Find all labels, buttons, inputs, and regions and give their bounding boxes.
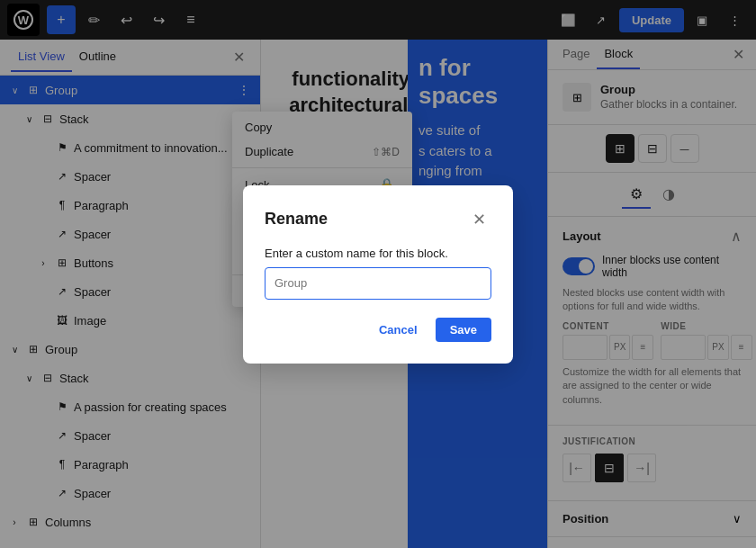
save-button[interactable]: Save (436, 318, 491, 342)
cancel-button[interactable]: Cancel (368, 318, 428, 342)
rename-dialog: Rename ✕ Enter a custom name for this bl… (243, 185, 513, 364)
dialog-label: Enter a custom name for this block. (265, 247, 491, 260)
dialog-footer: Cancel Save (265, 318, 491, 342)
dialog-header: Rename ✕ (265, 207, 491, 232)
dialog-overlay: Rename ✕ Enter a custom name for this bl… (0, 0, 756, 548)
dialog-title: Rename (265, 210, 328, 229)
rename-input[interactable] (265, 267, 491, 300)
dialog-body: Enter a custom name for this block. (265, 247, 491, 300)
dialog-close-button[interactable]: ✕ (466, 207, 491, 232)
